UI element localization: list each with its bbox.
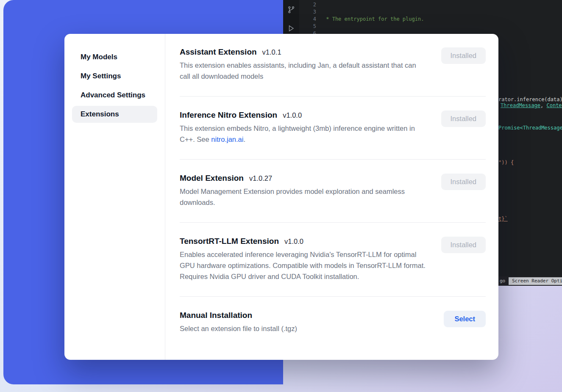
manual-installation-title: Manual Installation xyxy=(180,311,252,320)
installed-button[interactable]: Installed xyxy=(441,110,486,127)
description-text: . xyxy=(243,135,245,143)
extension-title: TensortRT-LLM Extension xyxy=(180,237,279,246)
installed-button[interactable]: Installed xyxy=(441,47,486,64)
extension-version: v1.0.0 xyxy=(284,237,303,246)
settings-sidebar: My Models My Settings Advanced Settings … xyxy=(64,34,165,360)
sidebar-item-my-settings[interactable]: My Settings xyxy=(72,68,157,85)
extensions-panel: Assistant Extension v1.0.1 This extensio… xyxy=(165,34,498,360)
code-fragment: t}` xyxy=(498,216,508,222)
extension-row-tensorrt: TensortRT-LLM Extension v1.0.0 Enables a… xyxy=(180,222,486,296)
run-icon[interactable] xyxy=(287,25,295,32)
git-branch-icon[interactable] xyxy=(287,6,295,14)
manual-installation-description: Select an extension file to install (.tg… xyxy=(180,323,297,334)
select-file-button[interactable]: Select xyxy=(444,311,486,327)
code-fragment: ")) { xyxy=(498,160,514,166)
code-line-2: * The entrypoint for the plugin. xyxy=(323,16,562,23)
nitro-jan-ai-link[interactable]: nitro.jan.ai xyxy=(211,135,243,143)
extension-title: Assistant Extension xyxy=(180,47,257,57)
extension-title: Inference Nitro Extension xyxy=(180,110,277,120)
extension-row-model: Model Extension v1.0.27 Model Management… xyxy=(180,159,486,222)
installed-button[interactable]: Installed xyxy=(441,237,486,253)
code-fragment: rator.inference(data)); xyxy=(498,97,562,102)
settings-modal: My Models My Settings Advanced Settings … xyxy=(64,34,498,360)
extension-description: This extension embeds Nitro, a lightweig… xyxy=(180,123,426,145)
extension-description: This extension enables assistants, inclu… xyxy=(180,60,426,82)
extension-version: v1.0.1 xyxy=(262,48,281,56)
code-fragment: Promise<ThreadMessage> xyxy=(498,125,562,131)
manual-installation-row: Manual Installation Select an extension … xyxy=(180,296,486,348)
screen-reader-badge[interactable]: Screen Reader Optimized xyxy=(509,277,562,285)
extension-version: v1.0.0 xyxy=(283,111,302,119)
extension-description: Enables accelerated inference leveraging… xyxy=(180,249,426,282)
extension-title: Model Extension xyxy=(180,174,244,183)
sidebar-item-advanced-settings[interactable]: Advanced Settings xyxy=(72,87,157,104)
extension-version: v1.0.27 xyxy=(249,174,272,182)
extension-description: Model Management Extension provides mode… xyxy=(180,186,426,208)
extension-row-nitro: Inference Nitro Extension v1.0.0 This ex… xyxy=(180,96,486,159)
extension-row-assistant: Assistant Extension v1.0.1 This extensio… xyxy=(180,34,486,96)
installed-button[interactable]: Installed xyxy=(441,174,486,190)
status-text: go xyxy=(500,278,505,284)
sidebar-item-extensions[interactable]: Extensions xyxy=(72,106,157,123)
editor-line-numbers: 2 3 4 5 6 xyxy=(299,1,316,37)
sidebar-item-my-models[interactable]: My Models xyxy=(72,49,157,66)
